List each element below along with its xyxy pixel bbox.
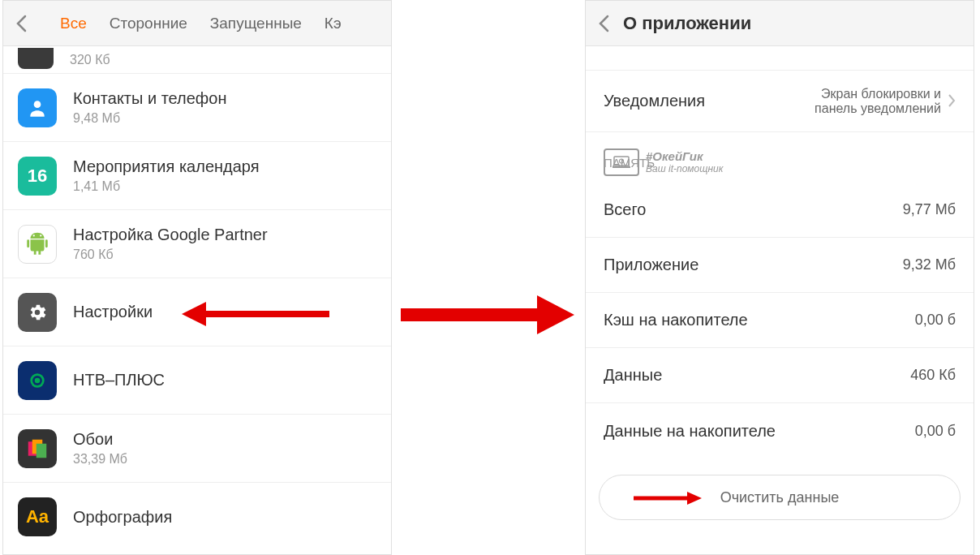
app-name: НТВ–ПЛЮС xyxy=(73,371,165,389)
app-size: 320 Кб xyxy=(70,53,110,67)
wallpaper-icon xyxy=(18,429,57,468)
svg-rect-11 xyxy=(614,157,629,166)
back-icon[interactable] xyxy=(10,12,32,35)
label: Кэш на накопителе xyxy=(604,311,748,329)
gear-icon xyxy=(18,293,57,332)
svg-rect-10 xyxy=(37,443,47,458)
list-item-calendar[interactable]: 16 Мероприятия календаря 1,41 Мб xyxy=(3,142,391,210)
topbar: О приложении xyxy=(586,1,974,46)
svg-point-7 xyxy=(35,377,41,383)
watermark-sub: Ваш it-помощник xyxy=(646,164,723,174)
tab-running[interactable]: Запущенные xyxy=(210,15,302,32)
app-list: 320 Кб Контакты и телефон 9,48 Мб 16 Мер… xyxy=(3,46,391,551)
list-item[interactable]: 320 Кб xyxy=(3,46,391,74)
label: Приложение xyxy=(604,256,698,274)
list-item-google-partner[interactable]: Настройка Google Partner 760 Кб xyxy=(3,210,391,278)
section-memory: ПАМЯТЬ #ОкейГик Ваш it-помощник xyxy=(586,132,974,183)
calendar-icon: 16 xyxy=(18,157,57,196)
android-icon xyxy=(18,225,57,264)
chevron-right-icon xyxy=(948,91,956,112)
value: 9,77 Мб xyxy=(903,201,956,218)
label: Данные на накопителе xyxy=(604,422,776,441)
app-name: Обои xyxy=(73,430,127,449)
row-data-storage: Данные на накопителе 0,00 б xyxy=(586,403,974,458)
value: 0,00 б xyxy=(915,312,956,329)
memory-details: Всего 9,77 Мб Приложение 9,32 Мб Кэш на … xyxy=(586,183,974,458)
app-name: Орфография xyxy=(73,508,172,527)
svg-rect-3 xyxy=(27,239,29,247)
list-item-spellcheck[interactable]: Aa Орфография xyxy=(3,483,391,551)
tab-thirdparty[interactable]: Сторонние xyxy=(110,15,187,32)
tab-cache[interactable]: Кэ xyxy=(325,15,342,32)
list-item-wallpaper[interactable]: Обои 33,39 Мб xyxy=(3,415,391,483)
notifications-label: Уведомления xyxy=(604,92,705,110)
spellcheck-icon: Aa xyxy=(18,497,57,536)
svg-marker-17 xyxy=(537,295,574,334)
svg-marker-15 xyxy=(687,492,702,505)
svg-point-0 xyxy=(34,101,41,108)
label: Данные xyxy=(604,366,662,385)
watermark-title: #ОкейГик xyxy=(646,150,723,164)
app-size: 1,41 Мб xyxy=(73,179,260,194)
topbar: Все Сторонние Запущенные Кэ xyxy=(3,1,391,46)
notifications-value: Экран блокировки и панель уведомлений xyxy=(779,87,941,116)
spacer xyxy=(586,46,974,71)
list-item-contacts[interactable]: Контакты и телефон 9,48 Мб xyxy=(3,74,391,142)
svg-point-2 xyxy=(40,234,41,236)
screen-app-list: Все Сторонние Запущенные Кэ 320 Кб Конта… xyxy=(2,0,392,555)
value: 9,32 Мб xyxy=(903,256,956,273)
annotation-arrow-icon xyxy=(632,490,703,506)
list-item-ntv[interactable]: НТВ–ПЛЮС xyxy=(3,346,391,415)
row-notifications[interactable]: Уведомления Экран блокировки и панель ув… xyxy=(586,71,974,132)
value: 460 Кб xyxy=(910,367,956,384)
row-app: Приложение 9,32 Мб xyxy=(586,238,974,293)
laptop-icon xyxy=(604,148,639,176)
watermark: #ОкейГик Ваш it-помощник xyxy=(604,148,723,176)
svg-point-1 xyxy=(33,234,35,236)
svg-point-13 xyxy=(620,159,624,163)
list-item-settings[interactable]: Настройки xyxy=(3,278,391,346)
tab-all[interactable]: Все xyxy=(60,15,87,32)
row-data: Данные 460 Кб xyxy=(586,348,974,403)
svg-rect-12 xyxy=(612,166,630,168)
row-cache: Кэш на накопителе 0,00 б xyxy=(586,293,974,348)
app-size: 9,48 Мб xyxy=(73,111,226,126)
clear-data-button[interactable]: Очистить данные xyxy=(599,475,961,520)
contacts-icon xyxy=(18,88,57,127)
app-name: Мероприятия календаря xyxy=(73,157,260,176)
app-name: Настройка Google Partner xyxy=(73,226,268,244)
app-icon xyxy=(18,48,54,69)
annotation-arrow-icon xyxy=(398,292,576,338)
tabs-bar: Все Сторонние Запущенные Кэ xyxy=(60,15,342,32)
ntv-icon xyxy=(18,361,57,400)
row-total: Всего 9,77 Мб xyxy=(586,183,974,238)
label: Всего xyxy=(604,200,646,219)
app-name: Контакты и телефон xyxy=(73,89,226,108)
back-icon[interactable] xyxy=(592,12,615,35)
screen-app-info: О приложении Уведомления Экран блокировк… xyxy=(585,0,974,555)
value: 0,00 б xyxy=(915,423,956,440)
page-title: О приложении xyxy=(623,13,751,34)
clear-data-label: Очистить данные xyxy=(720,489,840,506)
app-name: Настройки xyxy=(73,303,153,321)
svg-rect-4 xyxy=(45,239,48,247)
app-size: 33,39 Мб xyxy=(73,452,127,467)
app-size: 760 Кб xyxy=(73,247,268,262)
